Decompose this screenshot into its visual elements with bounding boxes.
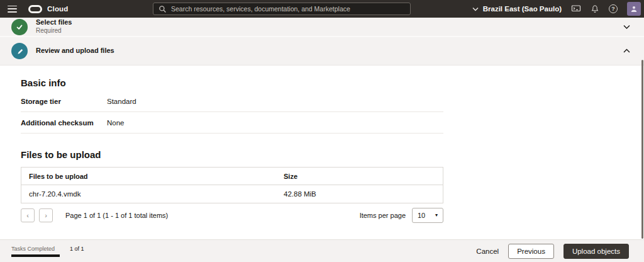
chevron-down-icon[interactable]	[623, 25, 630, 30]
topbar: Cloud Search resources, services, docume…	[0, 0, 644, 18]
chevron-up-icon[interactable]	[623, 48, 630, 54]
review-panel: Basic info Storage tier Standard Additio…	[0, 66, 644, 227]
previous-page-button[interactable]: ‹	[21, 208, 35, 222]
step-select-files[interactable]: Select files Required	[0, 18, 644, 37]
previous-page-arrow-icon: ‹	[26, 212, 29, 219]
additional-checksum-row: Additional checksum None	[21, 112, 443, 134]
step1-title: Select files	[36, 18, 72, 27]
step-edit-pencil-icon	[11, 43, 28, 59]
next-page-button[interactable]: ›	[39, 208, 53, 222]
page-status-text: Page 1 of 1 (1 - 1 of 1 total items)	[65, 212, 168, 219]
oracle-logo-icon	[28, 5, 42, 13]
cancel-button[interactable]: Cancel	[476, 248, 499, 255]
step2-texts: Review and upload files	[36, 47, 114, 55]
items-per-page: Items per page 10 ▾	[360, 208, 443, 223]
footer-buttons: Cancel Previous Upload objects	[476, 244, 629, 259]
tasks-completed-label: Tasks Completed	[11, 246, 55, 252]
search-placeholder: Search resources, services, documentatio…	[171, 5, 350, 13]
wizard-footer: Tasks Completed 1 of 1 Cancel Previous U…	[0, 239, 644, 262]
notifications-bell-icon[interactable]	[591, 4, 599, 14]
brand-label: Cloud	[47, 5, 69, 13]
items-per-page-select[interactable]: 10 ▾	[412, 208, 443, 223]
file-size-cell: 42.88 MiB	[284, 190, 443, 198]
basic-info-heading: Basic info	[21, 66, 644, 88]
table-row[interactable]: chr-7.20.4.vmdk 42.88 MiB	[21, 185, 443, 203]
hamburger-menu-icon[interactable]	[8, 6, 17, 13]
vertical-scrollbar[interactable]	[641, 60, 643, 239]
storage-tier-label: Storage tier	[21, 98, 107, 105]
storage-tier-row: Storage tier Standard	[21, 91, 443, 112]
help-icon[interactable]: ?	[609, 4, 618, 13]
storage-tier-value: Standard	[107, 98, 136, 105]
tasks-progress-text: Tasks Completed 1 of 1	[11, 246, 84, 252]
next-page-arrow-icon: ›	[45, 212, 47, 219]
topbar-right: Brazil East (Sao Paulo) ?	[472, 0, 641, 18]
column-header-files: Files to be upload	[21, 173, 284, 180]
cloud-shell-icon[interactable]	[571, 4, 581, 13]
user-avatar[interactable]	[627, 2, 641, 16]
global-search-input[interactable]: Search resources, services, documentatio…	[153, 3, 411, 15]
step2-title: Review and upload files	[36, 47, 114, 55]
previous-button[interactable]: Previous	[508, 244, 554, 259]
files-heading: Files to be upload	[21, 134, 644, 160]
step-review-upload[interactable]: Review and upload files	[0, 37, 644, 66]
progress-bar	[11, 254, 60, 257]
chevron-down-icon	[472, 7, 479, 11]
files-table: Files to be upload Size chr-7.20.4.vmdk …	[21, 167, 443, 203]
additional-checksum-label: Additional checksum	[21, 119, 107, 127]
column-header-size: Size	[284, 173, 443, 180]
tasks-completed-value: 1 of 1	[70, 246, 84, 252]
items-per-page-label: Items per page	[360, 212, 406, 219]
items-per-page-value: 10	[418, 212, 425, 219]
upload-objects-button[interactable]: Upload objects	[564, 244, 629, 259]
search-icon	[158, 5, 167, 13]
region-label: Brazil East (Sao Paulo)	[483, 5, 562, 13]
step-complete-check-icon	[11, 19, 28, 35]
additional-checksum-value: None	[107, 119, 125, 127]
region-selector[interactable]: Brazil East (Sao Paulo)	[472, 5, 562, 13]
files-table-header: Files to be upload Size	[21, 168, 443, 185]
select-caret-icon: ▾	[435, 212, 438, 218]
step1-subtitle: Required	[36, 27, 72, 35]
file-name-cell: chr-7.20.4.vmdk	[21, 190, 284, 198]
step1-texts: Select files Required	[36, 18, 72, 35]
brand[interactable]: Cloud	[28, 5, 69, 13]
tasks-progress: Tasks Completed 1 of 1	[11, 246, 84, 257]
progress-bar-fill	[11, 254, 60, 257]
basic-info-rows: Storage tier Standard Additional checksu…	[21, 91, 443, 134]
pagination: ‹ › Page 1 of 1 (1 - 1 of 1 total items)…	[21, 203, 443, 227]
oci-console: Cloud Search resources, services, docume…	[0, 0, 644, 262]
